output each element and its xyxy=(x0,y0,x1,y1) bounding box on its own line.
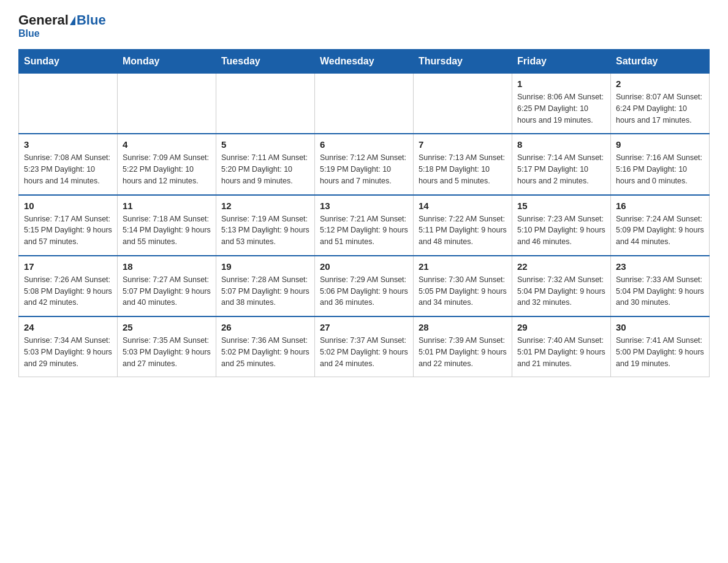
day-info: Sunrise: 7:26 AM Sunset: 5:08 PM Dayligh… xyxy=(24,274,112,308)
calendar-cell: 1Sunrise: 8:06 AM Sunset: 6:25 PM Daylig… xyxy=(512,74,611,134)
day-number: 11 xyxy=(123,201,211,211)
day-number: 10 xyxy=(24,201,112,211)
calendar-cell: 15Sunrise: 7:23 AM Sunset: 5:10 PM Dayli… xyxy=(512,195,611,256)
day-info: Sunrise: 7:35 AM Sunset: 5:03 PM Dayligh… xyxy=(123,335,211,369)
calendar-cell: 4Sunrise: 7:09 AM Sunset: 5:22 PM Daylig… xyxy=(118,134,216,194)
calendar-cell: 7Sunrise: 7:13 AM Sunset: 5:18 PM Daylig… xyxy=(414,134,512,194)
calendar-cell: 6Sunrise: 7:12 AM Sunset: 5:19 PM Daylig… xyxy=(315,134,414,194)
calendar-cell: 16Sunrise: 7:24 AM Sunset: 5:09 PM Dayli… xyxy=(611,195,710,256)
day-info: Sunrise: 7:39 AM Sunset: 5:01 PM Dayligh… xyxy=(419,335,507,369)
day-info: Sunrise: 7:22 AM Sunset: 5:11 PM Dayligh… xyxy=(419,213,507,248)
day-number: 21 xyxy=(419,261,507,272)
logo-blue-text: Blue xyxy=(77,12,106,28)
day-number: 15 xyxy=(517,201,605,211)
day-info: Sunrise: 7:09 AM Sunset: 5:22 PM Dayligh… xyxy=(123,152,211,186)
day-number: 7 xyxy=(419,139,507,150)
calendar-cell: 25Sunrise: 7:35 AM Sunset: 5:03 PM Dayli… xyxy=(118,316,216,377)
calendar-header-row: SundayMondayTuesdayWednesdayThursdayFrid… xyxy=(19,50,710,74)
calendar-week-1: 3Sunrise: 7:08 AM Sunset: 5:23 PM Daylig… xyxy=(19,134,710,194)
day-number: 17 xyxy=(24,261,112,272)
day-number: 26 xyxy=(221,322,309,332)
calendar-cell xyxy=(414,74,512,134)
day-number: 23 xyxy=(616,261,704,272)
day-number: 30 xyxy=(616,322,704,332)
calendar-cell: 30Sunrise: 7:41 AM Sunset: 5:00 PM Dayli… xyxy=(611,316,710,377)
calendar-week-0: 1Sunrise: 8:06 AM Sunset: 6:25 PM Daylig… xyxy=(19,74,710,134)
calendar-cell: 17Sunrise: 7:26 AM Sunset: 5:08 PM Dayli… xyxy=(19,256,118,316)
day-info: Sunrise: 7:33 AM Sunset: 5:04 PM Dayligh… xyxy=(616,274,704,308)
logo: General Blue Blue xyxy=(18,12,106,39)
day-info: Sunrise: 7:08 AM Sunset: 5:23 PM Dayligh… xyxy=(24,152,112,186)
calendar-cell: 12Sunrise: 7:19 AM Sunset: 5:13 PM Dayli… xyxy=(216,195,315,256)
calendar-cell: 2Sunrise: 8:07 AM Sunset: 6:24 PM Daylig… xyxy=(611,74,710,134)
day-info: Sunrise: 7:41 AM Sunset: 5:00 PM Dayligh… xyxy=(616,335,704,369)
calendar-table: SundayMondayTuesdayWednesdayThursdayFrid… xyxy=(18,49,710,377)
day-number: 8 xyxy=(517,139,605,150)
day-info: Sunrise: 8:06 AM Sunset: 6:25 PM Dayligh… xyxy=(517,91,605,126)
day-info: Sunrise: 7:17 AM Sunset: 5:15 PM Dayligh… xyxy=(24,213,112,248)
day-info: Sunrise: 7:13 AM Sunset: 5:18 PM Dayligh… xyxy=(419,152,507,186)
logo-blue-label: Blue xyxy=(18,28,40,39)
day-number: 14 xyxy=(419,201,507,211)
calendar-cell: 29Sunrise: 7:40 AM Sunset: 5:01 PM Dayli… xyxy=(512,316,611,377)
calendar-cell xyxy=(315,74,414,134)
day-info: Sunrise: 8:07 AM Sunset: 6:24 PM Dayligh… xyxy=(616,91,704,126)
day-info: Sunrise: 7:37 AM Sunset: 5:02 PM Dayligh… xyxy=(320,335,408,369)
day-number: 27 xyxy=(320,322,408,332)
day-number: 16 xyxy=(616,201,704,211)
logo-triangle-icon xyxy=(70,16,75,25)
day-info: Sunrise: 7:27 AM Sunset: 5:07 PM Dayligh… xyxy=(123,274,211,308)
day-info: Sunrise: 7:36 AM Sunset: 5:02 PM Dayligh… xyxy=(221,335,309,369)
day-info: Sunrise: 7:18 AM Sunset: 5:14 PM Dayligh… xyxy=(123,213,211,248)
day-info: Sunrise: 7:16 AM Sunset: 5:16 PM Dayligh… xyxy=(616,152,704,186)
day-info: Sunrise: 7:24 AM Sunset: 5:09 PM Dayligh… xyxy=(616,213,704,248)
day-number: 1 xyxy=(517,79,605,89)
calendar-cell: 3Sunrise: 7:08 AM Sunset: 5:23 PM Daylig… xyxy=(19,134,118,194)
day-info: Sunrise: 7:34 AM Sunset: 5:03 PM Dayligh… xyxy=(24,335,112,369)
calendar-cell: 27Sunrise: 7:37 AM Sunset: 5:02 PM Dayli… xyxy=(315,316,414,377)
calendar-cell: 20Sunrise: 7:29 AM Sunset: 5:06 PM Dayli… xyxy=(315,256,414,316)
day-number: 13 xyxy=(320,201,408,211)
day-info: Sunrise: 7:21 AM Sunset: 5:12 PM Dayligh… xyxy=(320,213,408,248)
calendar-cell: 23Sunrise: 7:33 AM Sunset: 5:04 PM Dayli… xyxy=(611,256,710,316)
day-number: 2 xyxy=(616,79,704,89)
calendar-cell: 10Sunrise: 7:17 AM Sunset: 5:15 PM Dayli… xyxy=(19,195,118,256)
weekday-header-tuesday: Tuesday xyxy=(216,50,315,74)
calendar-cell: 24Sunrise: 7:34 AM Sunset: 5:03 PM Dayli… xyxy=(19,316,118,377)
calendar-cell: 18Sunrise: 7:27 AM Sunset: 5:07 PM Dayli… xyxy=(118,256,216,316)
day-info: Sunrise: 7:30 AM Sunset: 5:05 PM Dayligh… xyxy=(419,274,507,308)
weekday-header-friday: Friday xyxy=(512,50,611,74)
calendar-cell: 11Sunrise: 7:18 AM Sunset: 5:14 PM Dayli… xyxy=(118,195,216,256)
day-number: 6 xyxy=(320,139,408,150)
day-info: Sunrise: 7:28 AM Sunset: 5:07 PM Dayligh… xyxy=(221,274,309,308)
day-number: 29 xyxy=(517,322,605,332)
calendar-week-4: 24Sunrise: 7:34 AM Sunset: 5:03 PM Dayli… xyxy=(19,316,710,377)
logo-general: General xyxy=(18,12,69,28)
day-number: 9 xyxy=(616,139,704,150)
day-number: 25 xyxy=(123,322,211,332)
calendar-cell: 14Sunrise: 7:22 AM Sunset: 5:11 PM Dayli… xyxy=(414,195,512,256)
calendar-week-3: 17Sunrise: 7:26 AM Sunset: 5:08 PM Dayli… xyxy=(19,256,710,316)
day-info: Sunrise: 7:40 AM Sunset: 5:01 PM Dayligh… xyxy=(517,335,605,369)
day-number: 12 xyxy=(221,201,309,211)
day-number: 24 xyxy=(24,322,112,332)
weekday-header-saturday: Saturday xyxy=(611,50,710,74)
calendar-cell: 13Sunrise: 7:21 AM Sunset: 5:12 PM Dayli… xyxy=(315,195,414,256)
day-number: 4 xyxy=(123,139,211,150)
calendar-cell xyxy=(118,74,216,134)
day-number: 18 xyxy=(123,261,211,272)
calendar-cell xyxy=(19,74,118,134)
day-info: Sunrise: 7:29 AM Sunset: 5:06 PM Dayligh… xyxy=(320,274,408,308)
weekday-header-sunday: Sunday xyxy=(19,50,118,74)
calendar-cell xyxy=(216,74,315,134)
calendar-cell: 19Sunrise: 7:28 AM Sunset: 5:07 PM Dayli… xyxy=(216,256,315,316)
day-number: 28 xyxy=(419,322,507,332)
day-info: Sunrise: 7:11 AM Sunset: 5:20 PM Dayligh… xyxy=(221,152,309,186)
calendar-cell: 5Sunrise: 7:11 AM Sunset: 5:20 PM Daylig… xyxy=(216,134,315,194)
calendar-cell: 26Sunrise: 7:36 AM Sunset: 5:02 PM Dayli… xyxy=(216,316,315,377)
calendar-cell: 22Sunrise: 7:32 AM Sunset: 5:04 PM Dayli… xyxy=(512,256,611,316)
day-number: 5 xyxy=(221,139,309,150)
weekday-header-thursday: Thursday xyxy=(414,50,512,74)
day-number: 19 xyxy=(221,261,309,272)
day-info: Sunrise: 7:23 AM Sunset: 5:10 PM Dayligh… xyxy=(517,213,605,248)
